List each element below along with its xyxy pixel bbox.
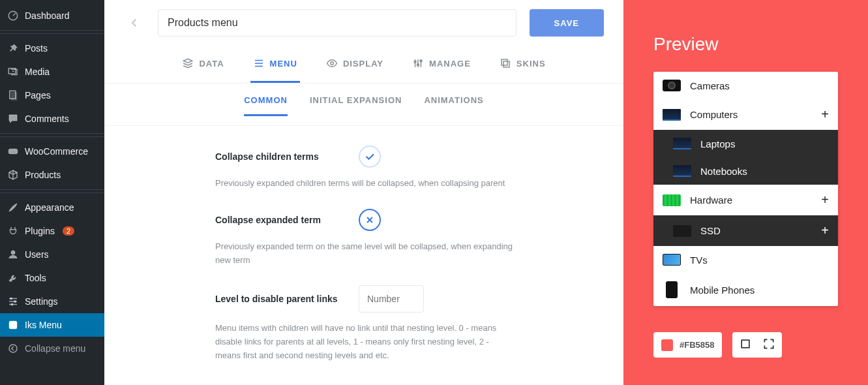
preview-item-laptops[interactable]: Laptops [653, 130, 838, 157]
preview-item-label: TVs [690, 254, 708, 266]
svg-point-6 [11, 251, 15, 254]
toggle-collapse-children[interactable] [359, 146, 381, 168]
preview-item-hardware[interactable]: Hardware + [653, 185, 838, 215]
preview-item-label: Notebooks [700, 166, 747, 177]
brush-icon [7, 201, 20, 214]
tab-menu[interactable]: MENU [250, 51, 300, 83]
grid-view-button[interactable] [739, 337, 752, 352]
copy-icon [500, 57, 511, 69]
sidebar-item-label: Products [25, 170, 61, 180]
woocommerce-icon [7, 145, 20, 158]
sidebar-item-woocommerce[interactable]: WooCommerce [0, 140, 104, 163]
setting-label: Collapse children terms [215, 151, 339, 162]
subtab-initial-expansion[interactable]: INITIAL EXPANSION [310, 95, 402, 116]
svg-point-11 [9, 345, 17, 352]
preview-panel: Preview Cameras Computers + Laptops Note… [623, 0, 868, 385]
laptop-icon [663, 109, 681, 121]
sidebar-item-settings[interactable]: Settings [0, 290, 104, 313]
sidebar-item-label: Plugins [25, 226, 55, 236]
tv-icon [663, 254, 681, 266]
preview-item-label: Hardware [690, 194, 732, 206]
tab-label: DATA [199, 59, 224, 69]
save-button[interactable]: SAVE [530, 9, 604, 37]
sidebar-item-users[interactable]: Users [0, 243, 104, 266]
setting-collapse-expanded: Collapse expanded term Previously expand… [215, 209, 597, 268]
plugins-badge: 2 [63, 226, 74, 236]
toggle-collapse-expanded[interactable] [359, 209, 381, 231]
preview-item-label: SSD [700, 225, 721, 236]
tab-data[interactable]: DATA [179, 51, 226, 83]
preview-item-computers[interactable]: Computers + [653, 99, 838, 130]
color-picker[interactable]: #FB5858 [653, 332, 722, 358]
expand-icon[interactable]: + [821, 107, 829, 122]
sidebar-item-label: Settings [25, 296, 58, 307]
setting-help: Menu items with children will have no li… [215, 322, 515, 362]
sidebar-item-iks-menu[interactable]: Iks Menu [0, 313, 104, 337]
sliders-icon [412, 57, 424, 69]
sidebar-item-label: Media [25, 67, 50, 77]
sidebar-item-label: Collapse menu [25, 343, 85, 354]
sidebar-item-label: Comments [25, 114, 69, 124]
tab-manage[interactable]: MANAGE [410, 51, 473, 83]
sidebar-separator [0, 30, 104, 34]
sidebar-item-posts[interactable]: Posts [0, 37, 104, 60]
expand-icon[interactable]: + [821, 192, 829, 208]
expand-icon[interactable]: + [821, 223, 829, 238]
preview-menu: Cameras Computers + Laptops Notebooks Ha… [653, 72, 838, 306]
sidebar-item-tools[interactable]: Tools [0, 266, 104, 290]
svg-point-9 [11, 303, 13, 305]
preview-footer: #FB5858 [653, 332, 838, 358]
sidebar-item-label: WooCommerce [25, 146, 88, 157]
preview-item-mobile-phones[interactable]: Mobile Phones [653, 273, 838, 306]
sidebar-item-products[interactable]: Products [0, 163, 104, 187]
back-button[interactable] [124, 12, 145, 33]
sidebar-item-comments[interactable]: Comments [0, 107, 104, 131]
main-editor: SAVE DATA MENU DISPLAY MANAGE SKINS COMM… [104, 0, 623, 385]
media-icon [7, 65, 20, 78]
sidebar-collapse[interactable]: Collapse menu [0, 337, 104, 360]
subtab-common[interactable]: COMMON [244, 95, 288, 116]
preview-item-notebooks[interactable]: Notebooks [653, 157, 838, 185]
sidebar-item-plugins[interactable]: Plugins 2 [0, 219, 104, 243]
sidebar-item-pages[interactable]: Pages [0, 84, 104, 107]
preview-item-tvs[interactable]: TVs [653, 246, 838, 273]
sidebar-item-media[interactable]: Media [0, 60, 104, 84]
color-value: #FB5858 [680, 340, 714, 350]
setting-help: Previously expanded term on the same lev… [215, 240, 515, 268]
preview-view-controls [732, 332, 782, 358]
sidebar-item-appearance[interactable]: Appearance [0, 196, 104, 219]
pin-icon [7, 42, 20, 55]
plug-icon [7, 224, 20, 238]
svg-point-2 [12, 71, 14, 72]
menu-title-input[interactable] [158, 9, 516, 37]
ssd-icon [673, 225, 691, 237]
preview-item-ssd[interactable]: SSD + [653, 215, 838, 246]
list-icon [253, 57, 265, 69]
disable-links-input[interactable] [359, 285, 424, 313]
fullscreen-button[interactable] [762, 337, 775, 352]
settings-icon [7, 295, 20, 308]
iks-menu-icon [7, 318, 20, 331]
sub-tabs: COMMON INITIAL EXPANSION ANIMATIONS [104, 84, 623, 126]
tab-display[interactable]: DISPLAY [323, 51, 386, 83]
subtab-animations[interactable]: ANIMATIONS [424, 95, 483, 116]
collapse-icon [7, 342, 20, 355]
admin-sidebar: Dashboard Posts Media Pages Comments Woo… [0, 0, 104, 385]
sidebar-item-dashboard[interactable]: Dashboard [0, 4, 104, 27]
svg-rect-5 [8, 149, 18, 154]
sidebar-item-label: Users [25, 249, 49, 260]
layers-icon [182, 57, 194, 69]
tab-label: SKINS [516, 59, 546, 69]
preview-item-label: Cameras [690, 80, 730, 91]
color-swatch [661, 339, 673, 351]
top-bar: SAVE [104, 0, 623, 37]
main-tabs: DATA MENU DISPLAY MANAGE SKINS [104, 51, 623, 84]
comments-icon [7, 112, 20, 125]
tab-skins[interactable]: SKINS [497, 51, 548, 83]
sidebar-item-label: Posts [25, 43, 48, 54]
setting-collapse-children: Collapse children terms Previously expan… [215, 146, 597, 191]
x-icon [365, 215, 375, 225]
setting-label: Collapse expanded term [215, 215, 339, 225]
preview-item-cameras[interactable]: Cameras [653, 72, 838, 99]
svg-rect-16 [501, 59, 507, 65]
